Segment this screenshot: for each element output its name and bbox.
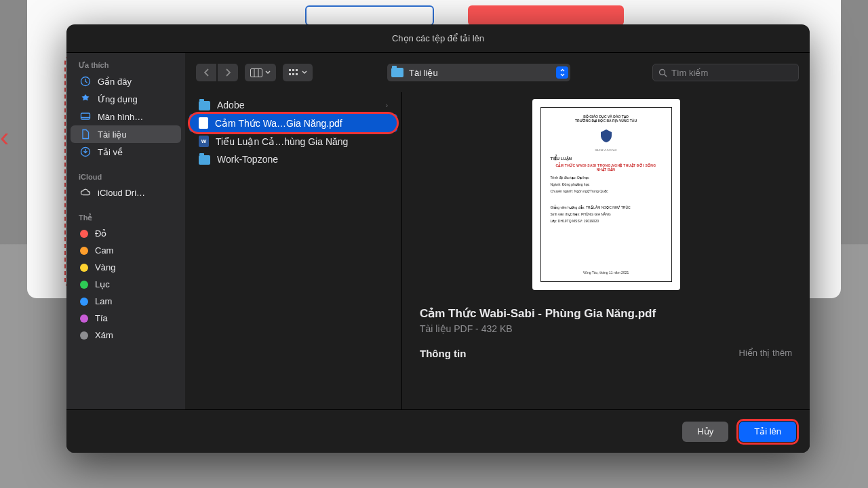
- sidebar-item-icloud[interactable]: iCloud Dri…: [71, 184, 181, 201]
- file-row[interactable]: Adobe›: [189, 96, 397, 114]
- sidebar-tag-item[interactable]: Lục: [71, 276, 181, 293]
- sidebar-tag-item[interactable]: Lam: [71, 293, 181, 310]
- sidebar-item-label: Xám: [95, 330, 113, 340]
- sidebar-item-desktop[interactable]: Màn hình…: [71, 108, 181, 125]
- cancel-button[interactable]: Hủy: [682, 422, 728, 442]
- thumb-doctype: TIỂU LUẬN: [551, 156, 572, 161]
- dialog-footer: Hủy Tải lên: [66, 409, 810, 453]
- svg-rect-1: [81, 113, 90, 119]
- location-dropdown[interactable]: Tài liệu: [387, 64, 570, 81]
- sidebar-tag-item[interactable]: Vàng: [71, 259, 181, 276]
- word-doc-icon: [199, 136, 209, 147]
- svg-rect-12: [296, 73, 298, 75]
- tag-dot-icon: [80, 281, 88, 289]
- nav-forward-button[interactable]: [218, 64, 238, 81]
- file-name: Cảm Thức Wa…Gia Năng.pdf: [215, 118, 342, 129]
- file-name: Work-Topzone: [217, 154, 278, 165]
- sidebar-item-download[interactable]: Tải về: [71, 143, 181, 161]
- svg-rect-10: [289, 73, 291, 75]
- search-placeholder: Tìm kiếm: [671, 68, 708, 78]
- sidebar-item-label: iCloud Dri…: [98, 188, 145, 198]
- sidebar-item-label: Đỏ: [95, 228, 106, 239]
- folder-icon: [199, 101, 210, 110]
- sidebar-item-label: Lam: [95, 296, 112, 306]
- svg-rect-9: [296, 69, 298, 71]
- sidebar-tag-item[interactable]: Xám: [71, 327, 181, 344]
- sidebar: Ưa thích Gần đâyỨng dụngMàn hình…Tài liệ…: [66, 53, 185, 453]
- updown-icon: [556, 66, 568, 79]
- sidebar-item-app[interactable]: Ứng dụng: [71, 90, 181, 108]
- tag-dot-icon: [80, 247, 88, 255]
- thumb-line: Sinh viên thực hiện: PHÙNG GIA NĂNG: [551, 212, 611, 216]
- tag-dot-icon: [80, 230, 88, 238]
- chevron-down-icon: [302, 70, 307, 75]
- sidebar-item-label: Cam: [95, 245, 113, 256]
- bg-upload-button: [305, 5, 434, 26]
- download-icon: [80, 146, 91, 157]
- desktop-icon: [80, 111, 91, 122]
- thumb-date: Vũng Tàu, tháng 11 năm 2021: [583, 270, 629, 274]
- tag-dot-icon: [80, 298, 88, 306]
- file-open-dialog: Chọn các tệp để tải lên Ưa thích Gần đây…: [66, 24, 810, 453]
- thumb-line: Giảng viên hướng dẫn: TRẦ LÂM NGỌC NHƯ T…: [551, 205, 631, 209]
- tag-dot-icon: [80, 331, 88, 340]
- sidebar-tag-item[interactable]: Cam: [71, 242, 181, 259]
- svg-rect-11: [292, 73, 294, 75]
- folder-icon: [199, 155, 210, 165]
- main-area: Tài liệu Tìm kiếm Adobe›Cảm Thức Wa…Gia …: [185, 53, 810, 453]
- sidebar-item-label: Vàng: [95, 262, 115, 272]
- thumb-title: CẢM THỨC WABI-SABI TRONG NGHỆ THUẬT ĐỜI …: [551, 163, 662, 171]
- preview-thumbnail: BỘ GIÁO DỤC VÀ ĐÀO TẠO TRƯỜNG ĐẠI HỌC BÀ…: [532, 99, 680, 290]
- clock-icon: [80, 76, 91, 87]
- thumb-line: Trình độ đào tạo: Đại học: [551, 176, 589, 180]
- file-name: Adobe: [217, 100, 244, 110]
- nav-back-button[interactable]: [196, 64, 216, 81]
- dialog-title: Chọn các tệp để tải lên: [66, 24, 810, 53]
- preview-info-label: Thông tin: [420, 348, 466, 359]
- sidebar-favorites-header: Ưa thích: [66, 58, 185, 73]
- file-name: Tiểu Luận Cả…hùng Gia Năng: [216, 136, 348, 147]
- chevron-right-icon: ›: [386, 102, 388, 109]
- file-row[interactable]: Work-Topzone: [189, 150, 397, 168]
- svg-rect-4: [251, 68, 262, 77]
- chevron-down-icon: [265, 70, 271, 75]
- cloud-icon: [80, 187, 91, 198]
- preview-pane: BỘ GIÁO DỤC VÀ ĐÀO TẠO TRƯỜNG ĐẠI HỌC BÀ…: [402, 92, 810, 453]
- sidebar-item-label: Lục: [95, 279, 110, 289]
- preview-show-more[interactable]: Hiển thị thêm: [739, 348, 792, 359]
- tag-dot-icon: [80, 264, 88, 272]
- file-row[interactable]: Cảm Thức Wa…Gia Năng.pdf: [189, 114, 397, 132]
- thumb-line: Lớp: DH19TQ MSSV: 19019020: [551, 219, 599, 223]
- sidebar-item-label: Gần đây: [98, 77, 132, 87]
- folder-icon: [391, 68, 403, 77]
- sidebar-icloud-header: iCloud: [66, 170, 185, 184]
- svg-point-13: [660, 69, 665, 75]
- sidebar-item-label: Ứng dụng: [98, 94, 138, 104]
- file-list: Adobe›Cảm Thức Wa…Gia Năng.pdfTiểu Luận …: [185, 92, 402, 453]
- upload-button[interactable]: Tải lên: [739, 422, 796, 442]
- app-icon: [80, 94, 91, 104]
- sidebar-item-clock[interactable]: Gần đây: [71, 73, 181, 90]
- sidebar-item-label: Màn hình…: [98, 112, 143, 122]
- sidebar-item-doc[interactable]: Tài liệu: [71, 125, 181, 143]
- sidebar-item-label: Tía: [95, 313, 108, 323]
- toolbar: Tài liệu Tìm kiếm: [185, 53, 810, 92]
- search-input[interactable]: Tìm kiếm: [652, 64, 799, 81]
- file-row[interactable]: Tiểu Luận Cả…hùng Gia Năng: [189, 132, 397, 150]
- search-icon: [658, 68, 667, 77]
- tag-dot-icon: [80, 314, 88, 323]
- document-icon: [199, 117, 208, 129]
- sidebar-item-label: Tải về: [98, 147, 123, 157]
- thumb-line: Chuyên ngành: Ngôn ngữ Trung Quốc: [551, 189, 608, 193]
- sidebar-tag-item[interactable]: Tía: [71, 310, 181, 327]
- thumb-logo-icon: [598, 128, 614, 144]
- thumb-school: TRƯỜNG ĐẠI HỌC BÀ RỊA-VŨNG TÀU: [575, 119, 637, 123]
- bg-close-icon: ‹: [0, 122, 27, 156]
- svg-line-14: [665, 74, 667, 77]
- thumb-line: Ngành: Đông phương học: [551, 182, 590, 186]
- view-columns-button[interactable]: [245, 64, 276, 81]
- svg-rect-7: [289, 69, 291, 71]
- view-grid-button[interactable]: [283, 64, 313, 81]
- doc-icon: [80, 129, 91, 140]
- sidebar-tag-item[interactable]: Đỏ: [71, 225, 181, 242]
